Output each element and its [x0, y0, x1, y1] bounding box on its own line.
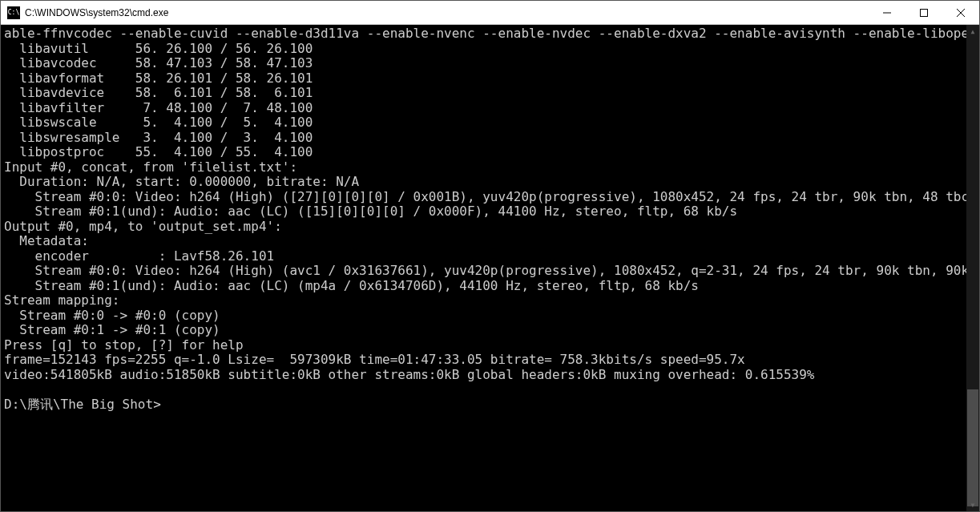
app-icon: C:\: [7, 6, 20, 19]
lib-line: libswresample 3. 4.100 / 3. 4.100: [4, 130, 313, 145]
output-encoder: encoder : Lavf58.26.101: [4, 248, 274, 264]
vertical-scrollbar[interactable]: ▲ ▼: [966, 25, 979, 511]
prompt: D:\腾讯\The Big Shot>: [4, 397, 161, 412]
terminal-output[interactable]: able-ffnvcodec --enable-cuvid --enable-d…: [1, 25, 979, 511]
lib-line: libavdevice 58. 6.101 / 58. 6.101: [4, 85, 313, 100]
lib-line: libavutil 56. 26.100 / 56. 26.100: [4, 41, 313, 56]
lib-line: libavcodec 58. 47.103 / 58. 47.103: [4, 55, 313, 71]
press-q-hint: Press [q] to stop, [?] for help: [4, 337, 244, 353]
cmd-window: C:\ C:\WINDOWS\system32\cmd.exe able-ffn…: [0, 0, 980, 512]
stream-mapping-1: Stream #0:1 -> #0:1 (copy): [4, 322, 220, 337]
maximize-button[interactable]: [905, 1, 942, 24]
title-bar[interactable]: C:\ C:\WINDOWS\system32\cmd.exe: [1, 1, 979, 25]
minimize-icon: [883, 9, 891, 17]
input-header: Input #0, concat, from 'filelist.txt':: [4, 159, 297, 175]
stream-mapping-0: Stream #0:0 -> #0:0 (copy): [4, 308, 220, 323]
frame-progress: frame=152143 fps=2255 q=-1.0 Lsize= 5973…: [4, 352, 745, 367]
output-metadata: Metadata:: [4, 233, 89, 248]
video-summary: video:541805kB audio:51850kB subtitle:0k…: [4, 367, 814, 382]
scrollbar-thumb[interactable]: [967, 389, 978, 506]
close-icon: [957, 9, 965, 17]
svg-rect-1: [921, 9, 928, 16]
lib-line: libpostproc 55. 4.100 / 55. 4.100: [4, 144, 313, 159]
window-title: C:\WINDOWS\system32\cmd.exe: [25, 7, 869, 18]
close-button[interactable]: [942, 1, 979, 24]
config-line: able-ffnvcodec --enable-cuvid --enable-d…: [4, 26, 979, 41]
output-header: Output #0, mp4, to 'output_set.mp4':: [4, 219, 282, 234]
stream-mapping-header: Stream mapping:: [4, 292, 120, 308]
output-video-stream: Stream #0:0: Video: h264 (High) (avc1 / …: [4, 263, 979, 278]
lib-line: libswscale 5. 4.100 / 5. 4.100: [4, 115, 313, 130]
input-audio-stream: Stream #0:1(und): Audio: aac (LC) ([15][…: [4, 204, 737, 219]
scroll-down-arrow[interactable]: ▼: [966, 498, 979, 511]
minimize-button[interactable]: [869, 1, 905, 24]
lib-line: libavfilter 7. 48.100 / 7. 48.100: [4, 100, 313, 115]
lib-line: libavformat 58. 26.101 / 58. 26.101: [4, 71, 313, 86]
scroll-up-arrow[interactable]: ▲: [966, 25, 979, 38]
input-video-stream: Stream #0:0: Video: h264 (High) ([27][0]…: [4, 189, 969, 204]
input-duration: Duration: N/A, start: 0.000000, bitrate:…: [4, 174, 359, 189]
maximize-icon: [920, 9, 928, 17]
window-controls: [869, 1, 979, 24]
output-audio-stream: Stream #0:1(und): Audio: aac (LC) (mp4a …: [4, 278, 699, 293]
